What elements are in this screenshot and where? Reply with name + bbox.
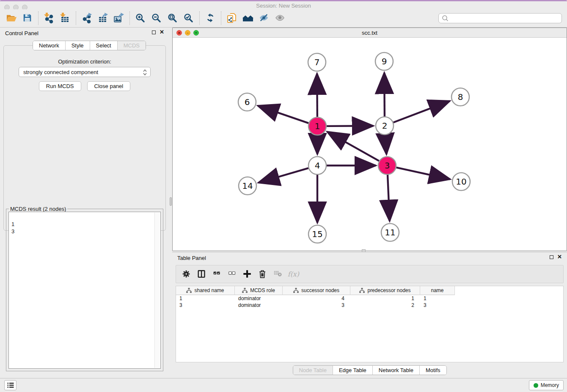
table-cell: 3 <box>420 302 455 309</box>
network-canvas[interactable]: 7968124314101511 <box>173 38 567 251</box>
tab-edge-table[interactable]: Edge Table <box>333 366 372 375</box>
import-network-icon[interactable] <box>41 11 57 26</box>
import-table-icon[interactable] <box>57 11 73 26</box>
main-toolbar <box>0 9 567 28</box>
close-panel-button[interactable]: Close panel <box>87 81 131 91</box>
select-stepper-icon <box>143 69 147 77</box>
table-header-row: shared nameMCDS rolesuccessor nodesprede… <box>176 286 563 295</box>
node-15[interactable]: 15 <box>308 225 326 243</box>
zoom-selected-icon[interactable] <box>181 11 197 26</box>
edge-2-3[interactable] <box>385 135 386 154</box>
node-7[interactable]: 7 <box>308 53 326 71</box>
svg-text:4: 4 <box>315 160 320 171</box>
svg-text:9: 9 <box>382 56 387 66</box>
svg-text:8: 8 <box>458 92 463 102</box>
control-panel-header: Control Panel ✕ <box>0 28 169 39</box>
export-image-icon[interactable] <box>111 11 127 26</box>
houses-icon[interactable] <box>240 11 256 26</box>
add-icon[interactable] <box>241 268 254 281</box>
edge-1-7[interactable] <box>317 74 317 117</box>
criterion-select[interactable]: strongly connected component <box>19 67 151 77</box>
float-panel-icon[interactable] <box>152 30 156 34</box>
node-14[interactable]: 14 <box>239 177 256 195</box>
control-panel-title: Control Panel <box>5 30 39 36</box>
eye-icon[interactable] <box>272 11 288 26</box>
tab-style[interactable]: Style <box>65 41 90 50</box>
tab-select[interactable]: Select <box>90 41 117 50</box>
save-icon[interactable] <box>19 11 36 26</box>
column-header-shared-name[interactable]: shared name <box>176 286 235 295</box>
memory-button[interactable]: Memory <box>529 380 564 390</box>
network-graph[interactable]: 7968124314101511 <box>173 38 567 251</box>
eye-slash-icon[interactable] <box>256 11 272 26</box>
table-toolbar: f(x) <box>176 265 564 283</box>
column-header-name[interactable]: name <box>420 286 455 295</box>
run-mcds-button[interactable]: Run MCDS <box>39 81 81 91</box>
node-9[interactable]: 9 <box>375 52 393 70</box>
node-10[interactable]: 10 <box>452 173 470 190</box>
edge-3-1[interactable] <box>328 132 379 161</box>
edge-2-8[interactable] <box>394 101 450 123</box>
status-bar: Memory <box>0 378 567 392</box>
task-history-button[interactable] <box>4 380 17 390</box>
edge-1-6[interactable] <box>258 106 309 123</box>
trash-icon[interactable] <box>256 268 269 281</box>
edge-3-10[interactable] <box>396 168 450 179</box>
node-8[interactable]: 8 <box>451 88 469 106</box>
export-network-icon[interactable] <box>79 11 95 26</box>
node-6[interactable]: 6 <box>238 93 256 111</box>
edge-1-2[interactable] <box>327 126 373 126</box>
column-header-MCDS-role[interactable]: MCDS role <box>235 286 283 295</box>
mcds-result-text[interactable]: 13 <box>8 212 161 369</box>
criterion-value: strongly connected component <box>23 69 98 75</box>
refresh-icon[interactable] <box>202 11 218 26</box>
tab-mcds[interactable]: MCDS <box>117 41 146 50</box>
vertical-splitter-handle[interactable] <box>170 197 172 206</box>
svg-text:10: 10 <box>456 177 466 187</box>
toolbar-separator <box>38 11 39 25</box>
zoom-in-icon[interactable] <box>132 11 149 26</box>
mcds-result-title: MCDS result (2 nodes) <box>9 206 67 212</box>
tab-network[interactable]: Network <box>33 41 65 50</box>
close-panel-icon[interactable]: ✕ <box>160 30 164 35</box>
titlebar: Session: New Session <box>0 1 567 9</box>
edge-3-11[interactable] <box>388 175 390 221</box>
edge-4-14[interactable] <box>259 168 308 182</box>
table-close-panel-icon[interactable]: ✕ <box>557 254 562 259</box>
result-line: 3 <box>11 228 158 235</box>
zoom-out-icon[interactable] <box>149 11 165 26</box>
deselect-all-icon[interactable] <box>226 268 239 281</box>
table-row[interactable]: 3dominator323 <box>176 302 563 309</box>
node-2[interactable]: 2 <box>376 117 394 135</box>
node-1[interactable]: 1 <box>308 117 326 135</box>
edge-2-9[interactable] <box>384 73 385 116</box>
tab-motifs[interactable]: Motifs <box>419 366 446 375</box>
delete-table-icon[interactable] <box>272 268 284 281</box>
columns-icon[interactable] <box>195 268 208 281</box>
column-header-predecessor-nodes[interactable]: predecessor nodes <box>350 286 420 295</box>
column-header-successor-nodes[interactable]: successor nodes <box>283 286 350 295</box>
search-box <box>438 13 562 23</box>
search-icon <box>441 14 449 22</box>
node-3[interactable]: 3 <box>378 157 396 174</box>
zoom-fit-icon[interactable] <box>165 11 181 26</box>
export-table-icon[interactable] <box>95 11 111 26</box>
network-window-titlebar[interactable]: ✕ − + scc.txt <box>173 28 567 38</box>
gear-icon[interactable] <box>180 268 193 281</box>
table-cell: 1 <box>350 295 420 302</box>
window-title: Session: New Session <box>0 3 567 9</box>
table-row[interactable]: 1dominator411 <box>176 295 563 302</box>
table-float-panel-icon[interactable] <box>550 255 553 259</box>
search-input[interactable] <box>449 14 561 22</box>
node-11[interactable]: 11 <box>381 224 399 241</box>
svg-text:f(x): f(x) <box>288 270 300 278</box>
clone-network-icon[interactable] <box>224 11 240 26</box>
open-icon[interactable] <box>3 11 19 26</box>
tab-node-table[interactable]: Node Table <box>293 366 333 375</box>
fx-icon[interactable]: f(x) <box>287 268 300 281</box>
node-4[interactable]: 4 <box>308 157 326 174</box>
memory-label: Memory <box>541 382 559 388</box>
result-scrollbar[interactable] <box>154 213 160 368</box>
select-all-icon[interactable] <box>211 268 223 281</box>
tab-network-table[interactable]: Network Table <box>372 366 419 375</box>
